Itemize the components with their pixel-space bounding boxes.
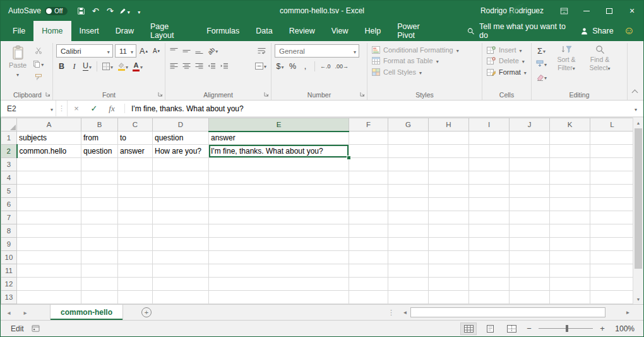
- cell-B2[interactable]: question: [81, 145, 118, 158]
- cell-D5[interactable]: [153, 185, 209, 198]
- paste-button[interactable]: Paste: [6, 44, 30, 83]
- cell-I5[interactable]: [469, 185, 510, 198]
- cell-H10[interactable]: [429, 251, 469, 264]
- cell-E11[interactable]: [209, 264, 349, 278]
- horizontal-scroll-thumb[interactable]: [410, 307, 605, 317]
- cell-styles-button[interactable]: Cell Styles: [371, 66, 479, 78]
- scroll-down-button[interactable]: ▼: [633, 294, 643, 304]
- cell-B5[interactable]: [81, 185, 118, 198]
- column-header-K[interactable]: K: [550, 118, 590, 132]
- tab-insert[interactable]: Insert: [71, 21, 107, 41]
- column-header-L[interactable]: L: [590, 118, 633, 132]
- cell-C13[interactable]: [118, 291, 153, 304]
- cell-H3[interactable]: [429, 158, 469, 171]
- tab-home[interactable]: Home: [33, 21, 71, 41]
- comma-style-button[interactable]: ,: [300, 60, 311, 73]
- new-sheet-button[interactable]: +: [137, 305, 156, 320]
- font-name-select[interactable]: Calibri: [56, 44, 113, 58]
- merge-center-button[interactable]: [254, 59, 268, 72]
- cell-B1[interactable]: from: [81, 132, 118, 145]
- alignment-dialog-launcher[interactable]: [264, 90, 269, 98]
- cell-J4[interactable]: [510, 171, 550, 185]
- cell-B11[interactable]: [81, 264, 118, 278]
- ribbon-display-options-button[interactable]: [552, 1, 575, 21]
- cell-H6[interactable]: [429, 198, 469, 211]
- zoom-level[interactable]: 100%: [612, 324, 635, 333]
- cell-L6[interactable]: [590, 198, 633, 211]
- cell-K4[interactable]: [550, 171, 590, 185]
- cell-I11[interactable]: [469, 264, 510, 278]
- cell-I2[interactable]: [469, 145, 510, 158]
- horizontal-scrollbar[interactable]: ◄ ►: [400, 305, 633, 320]
- cut-button[interactable]: [32, 44, 45, 57]
- cell-H12[interactable]: [429, 278, 469, 291]
- cell-L11[interactable]: [590, 264, 633, 278]
- scroll-right-button[interactable]: ►: [623, 310, 633, 316]
- cell-K5[interactable]: [550, 185, 590, 198]
- column-header-B[interactable]: B: [81, 118, 118, 132]
- cell-G4[interactable]: [388, 171, 429, 185]
- tab-power-pivot[interactable]: Power Pivot: [389, 21, 443, 41]
- tab-file[interactable]: File: [4, 21, 33, 41]
- cell-J3[interactable]: [510, 158, 550, 171]
- cell-E6[interactable]: [209, 198, 349, 211]
- cell-F1[interactable]: [349, 132, 388, 145]
- row-header-10[interactable]: 10: [1, 251, 17, 264]
- cell-H7[interactable]: [429, 211, 469, 224]
- column-header-C[interactable]: C: [118, 118, 153, 132]
- cell-B4[interactable]: [81, 171, 118, 185]
- minimize-button[interactable]: [575, 1, 598, 21]
- cell-I10[interactable]: [469, 251, 510, 264]
- cell-L2[interactable]: [590, 145, 633, 158]
- column-header-A[interactable]: A: [17, 118, 81, 132]
- cell-J7[interactable]: [510, 211, 550, 224]
- cell-A3[interactable]: [17, 158, 81, 171]
- cell-H1[interactable]: [429, 132, 469, 145]
- align-left-button[interactable]: [169, 59, 179, 72]
- cell-G3[interactable]: [388, 158, 429, 171]
- cell-D8[interactable]: [153, 224, 209, 238]
- font-dialog-launcher[interactable]: [158, 90, 163, 98]
- cell-H4[interactable]: [429, 171, 469, 185]
- cell-L12[interactable]: [590, 278, 633, 291]
- insert-function-button[interactable]: fx: [103, 101, 121, 116]
- cell-L4[interactable]: [590, 171, 633, 185]
- zoom-out-button[interactable]: −: [525, 324, 534, 333]
- cell-H11[interactable]: [429, 264, 469, 278]
- cell-A13[interactable]: [17, 291, 81, 304]
- cell-C2[interactable]: answer: [118, 145, 153, 158]
- cell-F12[interactable]: [349, 278, 388, 291]
- autosum-button[interactable]: Σ: [535, 44, 548, 57]
- find-select-button[interactable]: Find & Select: [585, 44, 615, 71]
- save-button[interactable]: [74, 3, 88, 19]
- cell-C12[interactable]: [118, 278, 153, 291]
- cell-B10[interactable]: [81, 251, 118, 264]
- fill-color-button[interactable]: [116, 60, 129, 73]
- cell-B9[interactable]: [81, 238, 118, 251]
- cell-G12[interactable]: [388, 278, 429, 291]
- cell-K9[interactable]: [550, 238, 590, 251]
- page-layout-view-button[interactable]: [482, 322, 498, 335]
- maximize-button[interactable]: [598, 1, 621, 21]
- cell-I6[interactable]: [469, 198, 510, 211]
- user-name[interactable]: Rodrigo Rodriguez: [472, 1, 552, 21]
- format-painter-button[interactable]: [32, 71, 45, 83]
- enter-button[interactable]: ✓: [85, 101, 103, 116]
- cell-B3[interactable]: [81, 158, 118, 171]
- cell-F9[interactable]: [349, 238, 388, 251]
- cell-K1[interactable]: [550, 132, 590, 145]
- cell-B13[interactable]: [81, 291, 118, 304]
- cell-G5[interactable]: [388, 185, 429, 198]
- cell-B6[interactable]: [81, 198, 118, 211]
- cell-I8[interactable]: [469, 224, 510, 238]
- scroll-up-button[interactable]: ▲: [633, 118, 643, 128]
- sort-filter-button[interactable]: Sort & Filter: [551, 44, 581, 71]
- name-box[interactable]: E2: [1, 101, 56, 116]
- shrink-font-button[interactable]: A: [151, 45, 162, 58]
- vertical-scrollbar[interactable]: ▲ ▼: [633, 118, 643, 304]
- tab-draw[interactable]: Draw: [107, 21, 142, 41]
- cell-C11[interactable]: [118, 264, 153, 278]
- column-header-F[interactable]: F: [349, 118, 388, 132]
- cell-C9[interactable]: [118, 238, 153, 251]
- tab-splitter-handle[interactable]: ⋮: [383, 305, 400, 320]
